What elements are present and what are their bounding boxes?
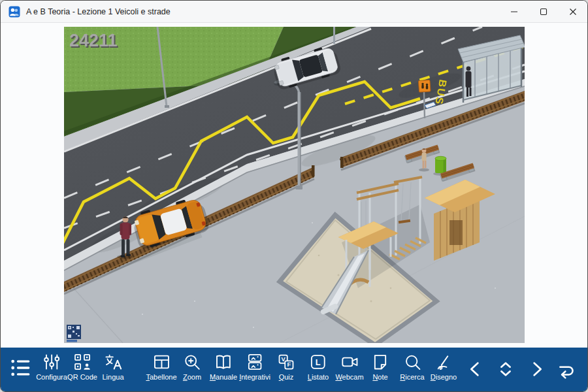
note-page-icon bbox=[371, 353, 389, 371]
app-people-icon bbox=[8, 6, 20, 18]
toolbar-label: Disegno bbox=[431, 373, 457, 381]
maximize-button[interactable] bbox=[529, 1, 558, 22]
chevron-left-icon bbox=[465, 359, 486, 380]
toolbar-listato[interactable]: L Listato bbox=[308, 353, 329, 381]
toolbar-disegno[interactable]: Disegno bbox=[431, 353, 457, 381]
language-translate-icon bbox=[104, 353, 122, 371]
pole bbox=[333, 27, 335, 44]
toolbar-integrativi[interactable]: Integrativi bbox=[239, 353, 270, 381]
nav-return-button[interactable] bbox=[555, 359, 576, 382]
minimize-button[interactable] bbox=[499, 1, 529, 22]
toolbar-webcam[interactable]: Webcam bbox=[335, 353, 363, 381]
draw-pen-icon bbox=[434, 353, 453, 371]
board-grid-icon bbox=[152, 353, 171, 371]
toolbar-zoom[interactable]: Zoom bbox=[183, 353, 201, 381]
toolbar-label: Manuale bbox=[210, 373, 237, 381]
svg-text:F: F bbox=[287, 361, 291, 368]
pole-base bbox=[165, 105, 169, 108]
list-letter-icon: L bbox=[309, 353, 327, 371]
toolbar-ricerca[interactable]: Ricerca bbox=[400, 353, 424, 381]
window-controls bbox=[499, 1, 587, 22]
toolbar-note[interactable]: Note bbox=[371, 353, 389, 381]
integrative-images-icon bbox=[246, 353, 264, 371]
content-area: BUS bbox=[1, 23, 587, 348]
toolbar-label: Quiz bbox=[277, 373, 295, 381]
toolbar-label: Ricerca bbox=[400, 373, 424, 381]
menu-button[interactable] bbox=[9, 357, 31, 382]
close-button[interactable] bbox=[558, 1, 587, 22]
close-icon bbox=[569, 8, 577, 16]
toolbar-qr-code[interactable]: QR Code bbox=[67, 353, 97, 381]
bottom-toolbar: Configura QR Code Lingua bbox=[1, 348, 587, 391]
webcam-icon bbox=[340, 353, 359, 371]
toolbar-label: Note bbox=[371, 373, 389, 381]
toolbar-quiz[interactable]: V F Quiz bbox=[277, 353, 295, 381]
nav-previous-button[interactable] bbox=[465, 359, 486, 382]
chevrons-up-down-icon bbox=[495, 359, 516, 380]
toolbar-label: Lingua bbox=[102, 373, 123, 381]
app-window: A e B Teoria - Lezione 1 Veicoli e strad… bbox=[0, 0, 588, 392]
nav-expand-button[interactable] bbox=[495, 359, 516, 382]
quiz-vf-icon: V F bbox=[277, 353, 295, 371]
qr-code-icon bbox=[73, 353, 91, 371]
svg-text:L: L bbox=[316, 357, 321, 367]
scene-id-label: 24211 24211 bbox=[69, 31, 119, 52]
search-icon bbox=[403, 353, 421, 371]
nav-next-button[interactable] bbox=[526, 359, 547, 382]
toolbar-label: Webcam bbox=[335, 373, 363, 381]
chevron-right-icon bbox=[526, 359, 547, 380]
toolbar-label: Integrativi bbox=[239, 373, 270, 381]
toolbar-lingua[interactable]: Lingua bbox=[102, 353, 123, 381]
toolbar-label: Zoom bbox=[183, 373, 201, 381]
window-title: A e B Teoria - Lezione 1 Veicoli e strad… bbox=[26, 7, 171, 16]
zoom-in-icon bbox=[183, 353, 201, 371]
svg-text:24211: 24211 bbox=[69, 31, 118, 50]
toolbar-tabellone[interactable]: Tabellone bbox=[146, 353, 176, 381]
minimize-icon bbox=[510, 8, 518, 16]
lesson-scene-image[interactable]: BUS bbox=[64, 27, 525, 343]
return-arrow-icon bbox=[555, 359, 576, 380]
toolbar-label: Listato bbox=[308, 373, 329, 381]
configure-sliders-icon bbox=[42, 353, 61, 371]
toolbar-label: QR Code bbox=[67, 373, 97, 381]
title-bar: A e B Teoria - Lezione 1 Veicoli e strad… bbox=[1, 1, 587, 23]
toolbar-label: Tabellone bbox=[146, 373, 176, 381]
menu-list-icon bbox=[9, 357, 31, 379]
toolbar-label: Configura bbox=[36, 373, 67, 381]
manual-book-icon bbox=[214, 353, 233, 371]
maximize-icon bbox=[540, 8, 547, 16]
toolbar-configura[interactable]: Configura bbox=[36, 353, 67, 381]
toolbar-manuale[interactable]: Manuale bbox=[210, 353, 237, 381]
